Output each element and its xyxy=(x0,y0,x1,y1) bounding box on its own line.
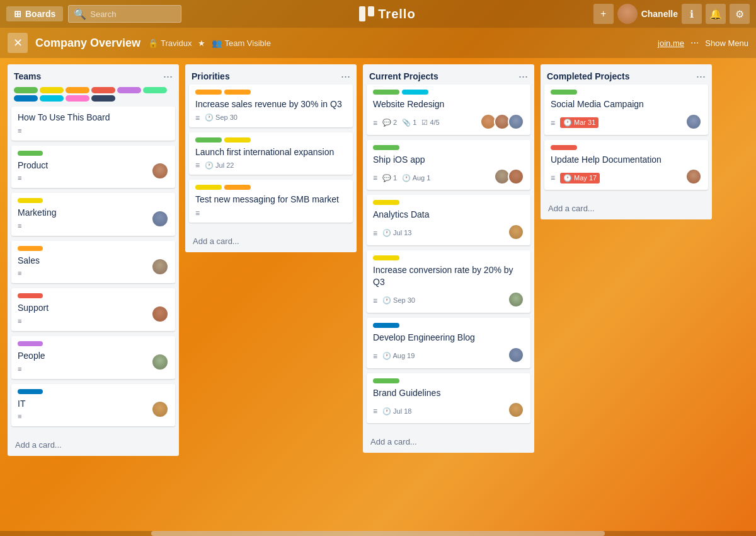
card-title: Update Help Documentation xyxy=(551,154,702,166)
card-title: Develop Engineering Blog xyxy=(373,332,524,344)
card-title: Test new messaging for SMB market xyxy=(195,194,346,206)
card-title: Ship iOS app xyxy=(373,154,524,166)
board-icon: ✕ xyxy=(8,33,28,53)
list-priorities-header: Priorities ··· xyxy=(185,64,357,84)
join-me-link[interactable]: join.me xyxy=(658,38,684,48)
card-meta: ≡ 🕐 Aug 19 xyxy=(373,352,415,361)
show-menu-link[interactable]: Show Menu xyxy=(705,38,748,48)
workspace-item[interactable]: 🔒 Travidux xyxy=(148,38,192,48)
card-avatar xyxy=(151,210,169,228)
info-button[interactable]: ℹ xyxy=(682,4,702,24)
card-title: Brand Guidelines xyxy=(373,387,524,400)
card-avatar xyxy=(508,291,524,308)
search-input[interactable] xyxy=(90,9,176,19)
card-avatar xyxy=(151,353,169,371)
card-p1[interactable]: Increase sales revenue by 30% in Q3 ≡ 🕐 … xyxy=(189,84,353,127)
card-title: Marketing xyxy=(18,207,56,219)
card-meta: ≡ 🕐 Sep 30 xyxy=(373,296,415,305)
card-title: IT xyxy=(18,398,25,411)
card-avatar xyxy=(151,305,169,323)
card-analytics[interactable]: Analytics Data ≡ 🕐 Jul 13 xyxy=(367,195,530,245)
card-lines-icon: ≡ xyxy=(18,317,49,325)
due-badge: 🕐 Aug 1 xyxy=(402,174,430,182)
card-eng-blog[interactable]: Develop Engineering Blog ≡ 🕐 Aug 19 xyxy=(367,318,530,368)
add-card-priorities[interactable]: Add a card... xyxy=(190,234,352,248)
card-avatar xyxy=(151,162,169,180)
notifications-button[interactable]: 🔔 xyxy=(706,4,726,24)
card-lines-icon: ≡ xyxy=(18,222,56,230)
card-meta: ≡ 🕐 May 17 xyxy=(551,173,600,184)
card-sales[interactable]: Sales ≡ xyxy=(11,241,175,284)
lines-icon: ≡ xyxy=(551,119,555,127)
comments-badge: 💬 1 xyxy=(382,174,397,182)
card-avatar xyxy=(508,224,524,240)
card-avatar xyxy=(151,258,169,276)
card-meta: ≡ 💬 1 🕐 Aug 1 xyxy=(373,173,430,182)
card-social-media[interactable]: Social Media Campaign ≡ 🕐 Mar 31 xyxy=(544,84,708,135)
workspace-icon: 🔒 xyxy=(148,38,158,48)
card-product[interactable]: Product ≡ xyxy=(11,146,175,189)
svg-rect-1 xyxy=(368,6,374,16)
card-title: Support xyxy=(18,302,49,315)
add-card-teams[interactable]: Add a card... xyxy=(13,438,174,452)
boards-label: Boards xyxy=(25,9,55,19)
attachments-badge: 📎 1 xyxy=(402,119,416,127)
add-button[interactable]: + xyxy=(593,4,614,24)
card-p2[interactable]: Launch first international expansion ≡ 🕐… xyxy=(189,132,353,175)
card-it[interactable]: IT ≡ xyxy=(11,384,175,427)
search-bar: 🔍 xyxy=(68,5,181,23)
card-p3[interactable]: Test new messaging for SMB market ≡ xyxy=(189,180,353,223)
list-teams-menu[interactable]: ··· xyxy=(163,71,173,82)
card-how-to[interactable]: How To Use This Board ≡ xyxy=(11,107,175,141)
boards-button[interactable]: ⊞ Boards xyxy=(6,6,63,21)
card-title: Website Redesign xyxy=(373,98,524,111)
list-completed-projects-footer: Add a card... xyxy=(541,197,712,219)
workspace-name: Travidux xyxy=(161,38,192,48)
card-avatar xyxy=(508,114,524,130)
add-card-completed[interactable]: Add a card... xyxy=(546,201,707,216)
horizontal-scrollbar[interactable] xyxy=(0,531,756,536)
card-meta: ≡ 🕐 Jul 18 xyxy=(373,407,411,416)
card-marketing[interactable]: Marketing ≡ xyxy=(11,193,175,236)
card-website-redesign[interactable]: Website Redesign ≡ 💬 2 📎 1 ☑ 4/5 xyxy=(367,84,530,135)
card-lines-icon: ≡ xyxy=(18,412,25,420)
nav-right-controls: + Chanelle ℹ 🔔 ⚙ xyxy=(593,4,750,24)
scrollbar-thumb xyxy=(151,531,605,536)
card-meta: ≡ 💬 2 📎 1 ☑ 4/5 xyxy=(373,119,440,127)
add-card-current[interactable]: Add a card... xyxy=(368,434,529,449)
list-current-projects-menu[interactable]: ··· xyxy=(518,71,528,82)
teams-color-labels xyxy=(8,84,179,107)
card-title: Increase sales revenue by 30% in Q3 xyxy=(195,98,346,111)
card-ship-ios[interactable]: Ship iOS app ≡ 💬 1 🕐 Aug 1 xyxy=(367,140,530,190)
settings-button[interactable]: ⚙ xyxy=(730,4,750,24)
card-people[interactable]: People ≡ xyxy=(11,336,175,379)
visibility-item[interactable]: 👥 Team Visible xyxy=(212,38,270,48)
list-teams-footer: Add a card... xyxy=(8,434,179,456)
card-title: Increase conversion rate by 20% by Q3 xyxy=(373,264,524,289)
lines-icon: ≡ xyxy=(195,209,200,218)
star-icon[interactable]: ★ xyxy=(198,38,205,48)
list-priorities-cards: Increase sales revenue by 30% in Q3 ≡ 🕐 … xyxy=(185,84,357,230)
card-meta: ≡ 🕐 Jul 22 xyxy=(195,161,346,170)
card-brand-guidelines[interactable]: Brand Guidelines ≡ 🕐 Jul 18 xyxy=(367,373,530,424)
due-badge: 🕐 Aug 19 xyxy=(382,352,415,360)
card-title: Social Media Campaign xyxy=(551,98,702,111)
list-completed-projects-title: Completed Projects xyxy=(547,71,629,81)
due-date-badge: 🕐 Mar 31 xyxy=(560,117,598,128)
card-help-docs[interactable]: Update Help Documentation ≡ 🕐 May 17 xyxy=(544,140,708,190)
card-support[interactable]: Support ≡ xyxy=(11,288,175,331)
card-avatar xyxy=(508,402,524,418)
board-title: Company Overview xyxy=(35,37,140,50)
due-date-badge: 🕐 May 17 xyxy=(560,173,600,184)
card-conversion[interactable]: Increase conversion rate by 20% by Q3 ≡ … xyxy=(367,250,530,313)
board-right-controls: join.me ··· Show Menu xyxy=(658,37,748,49)
list-current-projects-title: Current Projects xyxy=(369,71,438,81)
due-badge: 🕐 Sep 30 xyxy=(382,296,415,305)
list-completed-projects-menu[interactable]: ··· xyxy=(696,71,706,82)
card-meta: ≡ 🕐 Mar 31 xyxy=(551,117,598,128)
lines-icon: ≡ xyxy=(373,352,377,361)
card-lines-icon: ≡ xyxy=(18,174,48,182)
card-meta: ≡ 🕐 Sep 30 xyxy=(195,114,346,122)
user-menu[interactable]: Chanelle xyxy=(617,4,678,24)
list-priorities-menu[interactable]: ··· xyxy=(341,71,350,82)
